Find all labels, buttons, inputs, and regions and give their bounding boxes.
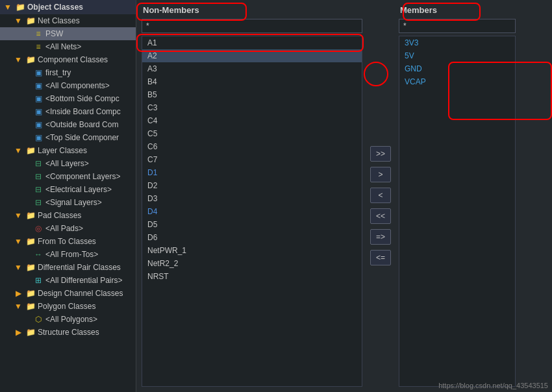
sidebar-item-all-from-tos[interactable]: ↔ <All From-Tos> (0, 248, 136, 261)
sidebar-item-pad-classes[interactable]: ▼ 📁 Pad Classes (0, 209, 136, 222)
sidebar-item-structure-classes[interactable]: ▶ 📁 Structure Classes (0, 326, 136, 339)
expand-icon: ▼ (13, 145, 23, 156)
list-item[interactable]: A2 (142, 49, 362, 62)
watermark: https://blog.csdn.net/qq_43543515 (438, 382, 548, 389)
members-column: Members 3V3 5V GND VCAP (399, 5, 516, 387)
sidebar-item-inside-board[interactable]: ▣ <Inside Board Compc (0, 105, 136, 118)
list-item[interactable]: D5 (142, 218, 362, 231)
sidebar-item-from-to-classes[interactable]: ▼ 📁 From To Classes (0, 235, 136, 248)
list-item[interactable]: VCAP (399, 75, 515, 88)
spacer (23, 132, 31, 143)
remove-one-button[interactable]: < (370, 188, 391, 203)
electrical-layers-label: <Electrical Layers> (45, 185, 112, 194)
list-item[interactable]: C6 (142, 140, 362, 153)
list-item[interactable]: B5 (142, 88, 362, 101)
list-item[interactable]: A3 (142, 62, 362, 75)
members-list[interactable]: 3V3 5V GND VCAP (399, 36, 516, 387)
members-search[interactable] (399, 19, 516, 33)
object-classes-label: Object Classes (27, 3, 83, 12)
folder-icon: 📁 (25, 16, 36, 26)
expand-icon: ▼ (13, 262, 23, 273)
expand-icon: ▶ (13, 327, 23, 337)
from-to-classes-label: From To Classes (38, 237, 96, 246)
spacer (23, 119, 31, 130)
sidebar-item-bottom-side[interactable]: ▣ <Bottom Side Compc (0, 92, 136, 105)
list-item[interactable]: C7 (142, 153, 362, 166)
move-left-button[interactable]: <= (370, 250, 391, 265)
sidebar-item-signal-layers[interactable]: ⊟ <Signal Layers> (0, 196, 136, 209)
sidebar-item-all-nets[interactable]: ≡ <All Nets> (0, 40, 136, 53)
list-item[interactable]: NRST (142, 270, 362, 283)
sidebar-item-polygon-classes[interactable]: ▼ 📁 Polygon Classes (0, 300, 136, 313)
sidebar-item-all-layers[interactable]: ⊟ <All Layers> (0, 157, 136, 170)
transfer-buttons: >> > < << => <= (368, 25, 394, 387)
non-members-list[interactable]: A1 A2 A3 B4 B5 C3 C4 C5 C6 C7 D1 D2 D3 D… (142, 36, 362, 387)
list-item[interactable]: C5 (142, 127, 362, 140)
spacer (23, 158, 31, 169)
comp-icon: ▣ (33, 119, 44, 130)
sidebar-item-component-classes[interactable]: ▼ 📁 Component Classes (0, 53, 136, 66)
list-item[interactable]: NetPWR_1 (142, 244, 362, 257)
layer-classes-label: Layer Classes (38, 146, 87, 155)
sidebar-item-object-classes[interactable]: ▼ 📁 Object Classes (0, 0, 136, 14)
signal-layers-label: <Signal Layers> (45, 198, 102, 207)
all-components-label: <All Components> (45, 81, 110, 90)
sidebar-item-top-side[interactable]: ▣ <Top Side Componer (0, 131, 136, 144)
list-item[interactable]: D2 (142, 179, 362, 192)
sidebar-item-all-pads[interactable]: ◎ <All Pads> (0, 222, 136, 235)
spacer (23, 93, 31, 104)
sidebar-item-design-channel-classes[interactable]: ▶ 📁 Design Channel Classes (0, 287, 136, 300)
expand-icon: ▼ (13, 236, 23, 247)
sidebar-item-electrical-layers[interactable]: ⊟ <Electrical Layers> (0, 183, 136, 196)
list-item[interactable]: 3V3 (399, 36, 515, 49)
folder-icon: 📁 (25, 262, 36, 273)
list-item[interactable]: GND (399, 62, 515, 75)
non-members-search[interactable] (142, 19, 362, 33)
list-item[interactable]: 5V (399, 49, 515, 62)
list-item[interactable]: B4 (142, 75, 362, 88)
list-item[interactable]: C4 (142, 114, 362, 127)
layer-icon: ⊟ (33, 171, 44, 182)
sidebar-item-layer-classes[interactable]: ▼ 📁 Layer Classes (0, 144, 136, 157)
sidebar-item-psw[interactable]: ≡ PSW (0, 27, 136, 40)
spacer (23, 80, 31, 91)
list-item[interactable]: D3 (142, 192, 362, 205)
remove-all-button[interactable]: << (370, 208, 391, 224)
add-all-button[interactable]: >> (370, 146, 391, 162)
spacer (23, 42, 31, 52)
expand-icon: ▼ (3, 2, 13, 12)
list-item[interactable]: D4 (142, 205, 362, 218)
list-item[interactable]: D1 (142, 166, 362, 179)
expand-icon: ▼ (13, 55, 23, 65)
spacer (23, 106, 31, 117)
list-item[interactable]: C3 (142, 101, 362, 114)
sidebar-item-differential-pair-classes[interactable]: ▼ 📁 Differential Pair Classes (0, 261, 136, 274)
list-item[interactable]: NetR2_2 (142, 257, 362, 270)
sidebar-item-outside-board[interactable]: ▣ <Outside Board Com (0, 118, 136, 131)
members-label: Members (399, 5, 516, 15)
sidebar-item-all-diff-pairs[interactable]: ⊞ <All Differential Pairs> (0, 274, 136, 287)
net-classes-label: Net Classes (38, 16, 80, 25)
pad-icon: ◎ (33, 223, 44, 234)
move-right-button[interactable]: => (370, 229, 391, 245)
differential-pair-classes-label: Differential Pair Classes (38, 263, 121, 272)
sidebar-item-component-layers[interactable]: ⊟ <Component Layers> (0, 170, 136, 183)
folder-icon: 📁 (25, 327, 36, 337)
sidebar-item-net-classes[interactable]: ▼ 📁 Net Classes (0, 14, 136, 27)
sidebar-item-all-components[interactable]: ▣ <All Components> (0, 79, 136, 92)
list-item[interactable]: A1 (142, 36, 362, 49)
spacer (23, 171, 31, 182)
add-one-button[interactable]: > (370, 167, 391, 182)
sidebar-item-all-polygons[interactable]: ⬡ <All Polygons> (0, 313, 136, 326)
layer-icon: ⊟ (33, 184, 44, 195)
spacer (23, 223, 31, 234)
folder-icon: 📁 (25, 236, 36, 247)
psw-label: PSW (45, 29, 63, 38)
top-side-label: <Top Side Componer (45, 133, 119, 142)
sidebar-item-first-try[interactable]: ▣ first_try (0, 66, 136, 79)
spacer (23, 29, 31, 39)
first-try-label: first_try (45, 68, 71, 77)
list-item[interactable]: D6 (142, 231, 362, 244)
bottom-side-label: <Bottom Side Compc (45, 94, 119, 103)
diff-icon: ⊞ (33, 275, 44, 286)
